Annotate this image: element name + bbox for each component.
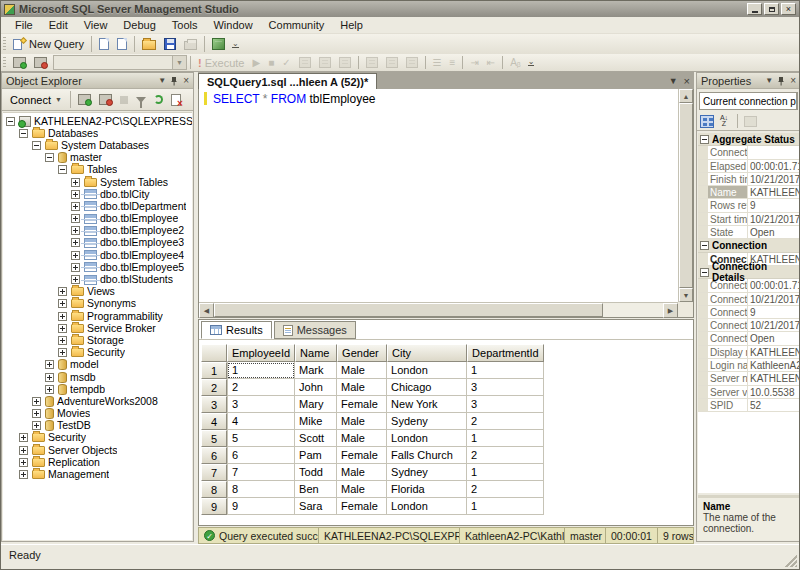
- grid-cell[interactable]: 1: [467, 464, 544, 481]
- active-files-dropdown-icon[interactable]: ▼: [669, 77, 678, 86]
- expander-icon[interactable]: [71, 178, 80, 187]
- menu-view[interactable]: View: [76, 18, 116, 32]
- property-row[interactable]: Rows ret9: [698, 199, 799, 212]
- collapse-icon[interactable]: [700, 268, 709, 277]
- resize-grip-icon[interactable]: [785, 555, 797, 567]
- property-row[interactable]: Elapsed t00:00:01.716: [698, 160, 799, 173]
- expander-icon[interactable]: [19, 433, 28, 442]
- tree-item[interactable]: KATHLEENA2-PC\SQLEXPRESS (SQL Serv: [3, 115, 192, 127]
- property-row[interactable]: Connecti9: [698, 306, 799, 319]
- tree-item[interactable]: master: [3, 152, 192, 164]
- grid-cell[interactable]: Pam: [295, 447, 337, 464]
- sql-code-line[interactable]: SELECT * FROM tblEmployee: [213, 92, 376, 106]
- column-header-city[interactable]: City: [387, 344, 467, 362]
- tree-item[interactable]: System Tables: [3, 176, 192, 188]
- grid-cell[interactable]: 8: [227, 481, 295, 498]
- property-category-row[interactable]: Connection Details: [698, 266, 799, 279]
- expander-icon[interactable]: [71, 214, 80, 223]
- tree-item[interactable]: TestDB: [3, 420, 192, 432]
- expander-icon[interactable]: [6, 117, 15, 126]
- results-to-grid-button[interactable]: [382, 55, 402, 70]
- editor-horizontal-scrollbar[interactable]: ◀ ▶: [199, 302, 678, 317]
- grid-cell[interactable]: Female: [337, 396, 387, 413]
- collapse-icon[interactable]: [700, 241, 709, 250]
- window-position-icon[interactable]: ▼: [765, 77, 773, 85]
- grid-cell[interactable]: Male: [337, 481, 387, 498]
- tree-item[interactable]: Management: [3, 468, 192, 480]
- tree-item[interactable]: dbo.tblDepartment: [3, 200, 192, 212]
- expander-icon[interactable]: [58, 324, 67, 333]
- grid-cell[interactable]: Female: [337, 447, 387, 464]
- tree-item[interactable]: Security: [3, 432, 192, 444]
- tree-item[interactable]: dbo.tblEmployee4: [3, 249, 192, 261]
- grid-cell[interactable]: 1: [467, 430, 544, 447]
- tree-item[interactable]: Movies: [3, 408, 192, 420]
- property-row[interactable]: Connecti10/21/2017 8: [698, 319, 799, 332]
- property-row[interactable]: Connecti: [698, 146, 799, 159]
- tree-item[interactable]: dbo.tblCity: [3, 188, 192, 200]
- menu-tools[interactable]: Tools: [164, 18, 206, 32]
- property-row[interactable]: Server naKATHLEENA2: [698, 372, 799, 385]
- expander-icon[interactable]: [71, 275, 80, 284]
- property-row[interactable]: Finish tim10/21/2017 8: [698, 173, 799, 186]
- expander-icon[interactable]: [71, 202, 80, 211]
- expander-icon[interactable]: [71, 251, 80, 260]
- grid-cell[interactable]: 2: [467, 447, 544, 464]
- grid-cell[interactable]: Mike: [295, 413, 337, 430]
- grid-cell[interactable]: New York: [387, 396, 467, 413]
- uncomment-button[interactable]: ≡: [446, 56, 460, 70]
- property-row[interactable]: Display nKATHLEENA2: [698, 346, 799, 359]
- row-selector[interactable]: 6: [201, 447, 227, 464]
- open-query-connection-button[interactable]: [113, 36, 131, 52]
- script-button[interactable]: [167, 92, 185, 108]
- expander-icon[interactable]: [58, 312, 67, 321]
- grid-cell[interactable]: 2: [227, 379, 295, 396]
- grid-cell[interactable]: 5: [227, 430, 295, 447]
- intellisense-button[interactable]: [335, 55, 355, 70]
- new-database-query-button[interactable]: [95, 36, 113, 52]
- grid-cell[interactable]: 2: [467, 481, 544, 498]
- expander-icon[interactable]: [19, 129, 28, 138]
- menu-edit[interactable]: Edit: [41, 18, 76, 32]
- cancel-query-button[interactable]: ■: [264, 56, 278, 70]
- tree-item[interactable]: Databases: [3, 127, 192, 139]
- save-button[interactable]: [160, 36, 180, 52]
- disconnect-query-button[interactable]: [30, 55, 51, 70]
- comment-button[interactable]: ☰: [429, 56, 446, 70]
- property-row[interactable]: Connecti10/21/2017 8: [698, 293, 799, 306]
- results-to-file-button[interactable]: [402, 55, 422, 70]
- grid-cell[interactable]: Male: [337, 362, 387, 379]
- grid-cell[interactable]: 6: [227, 447, 295, 464]
- auto-hide-pin-icon[interactable]: [777, 76, 786, 86]
- parse-button[interactable]: ✓: [278, 56, 294, 70]
- row-selector[interactable]: 2: [201, 379, 227, 396]
- toolbar-grip[interactable]: [3, 57, 6, 69]
- row-selector[interactable]: 4: [201, 413, 227, 430]
- query-options-button[interactable]: [315, 55, 335, 70]
- expander-icon[interactable]: [32, 421, 41, 430]
- grid-cell[interactable]: 1: [227, 362, 295, 379]
- activity-monitor-button[interactable]: [208, 36, 229, 52]
- column-header-name[interactable]: Name: [295, 344, 337, 362]
- grid-cell[interactable]: 3: [467, 379, 544, 396]
- grid-cell[interactable]: Todd: [295, 464, 337, 481]
- stop-button[interactable]: [116, 94, 132, 106]
- expander-icon[interactable]: [58, 287, 67, 296]
- grid-cell[interactable]: 1: [467, 362, 544, 379]
- expander-icon[interactable]: [58, 165, 67, 174]
- toolbar-overflow-icon[interactable]: ⌄: [528, 59, 535, 66]
- property-row[interactable]: Login narKathleenA2-P: [698, 359, 799, 372]
- estimated-plan-button[interactable]: [295, 55, 315, 70]
- expander-icon[interactable]: [19, 458, 28, 467]
- grid-cell[interactable]: Male: [337, 413, 387, 430]
- expander-icon[interactable]: [19, 470, 28, 479]
- menu-window[interactable]: Window: [205, 18, 260, 32]
- filter-button[interactable]: [132, 95, 150, 105]
- toolbar-grip[interactable]: [3, 37, 6, 51]
- outdent-button[interactable]: ⇤: [483, 56, 499, 70]
- tree-item[interactable]: Replication: [3, 456, 192, 468]
- debug-button[interactable]: ▶: [248, 56, 264, 70]
- property-row[interactable]: SPID52: [698, 399, 799, 412]
- expander-icon[interactable]: [32, 141, 41, 150]
- tree-item[interactable]: AdventureWorks2008: [3, 395, 192, 407]
